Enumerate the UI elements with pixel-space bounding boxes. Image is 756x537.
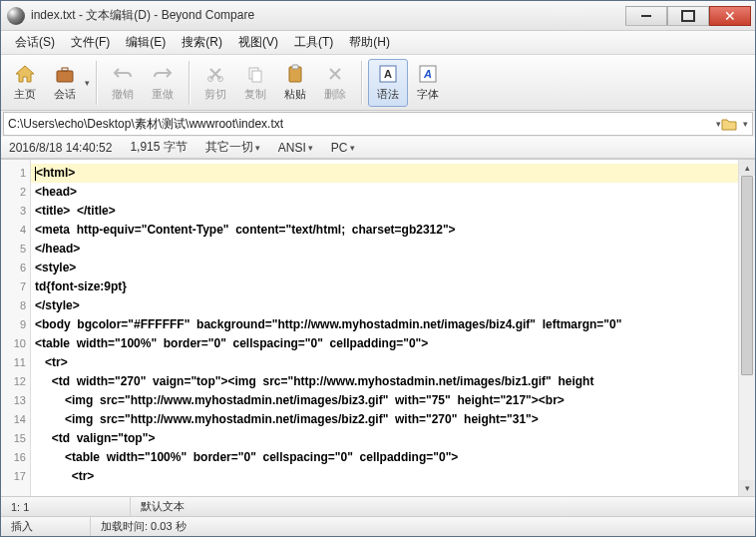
- line-number: 12: [1, 372, 26, 391]
- copy-label: 复制: [244, 87, 266, 102]
- browse-icon[interactable]: [721, 116, 737, 132]
- svg-text:A: A: [423, 68, 432, 80]
- scissors-icon: [204, 63, 226, 85]
- code-line: <title> </title>: [35, 202, 738, 221]
- delete-label: 删除: [324, 87, 346, 102]
- code-line: <tr>: [35, 467, 738, 486]
- line-number: 8: [1, 296, 26, 315]
- line-number: 1: [1, 164, 26, 183]
- undo-button[interactable]: 撤销: [103, 59, 143, 107]
- separator: [96, 61, 97, 105]
- cursor-position: 1: 1: [1, 497, 131, 516]
- font-icon: A: [417, 63, 439, 85]
- scroll-up-icon[interactable]: ▴: [739, 160, 755, 176]
- menu-file[interactable]: 文件(F): [63, 32, 118, 53]
- line-number: 10: [1, 334, 26, 353]
- load-time: 加载时间: 0.03 秒: [91, 517, 755, 536]
- line-number: 11: [1, 353, 26, 372]
- cut-button[interactable]: 剪切: [195, 59, 235, 107]
- app-window: index.txt - 文本编辑(D) - Beyond Compare ✕ 会…: [0, 0, 756, 537]
- delete-icon: [324, 63, 346, 85]
- clipboard-icon: [284, 63, 306, 85]
- code-line: <meta http-equiv="Content-Type" content=…: [35, 221, 738, 240]
- delete-button[interactable]: 删除: [315, 59, 355, 107]
- redo-button[interactable]: 重做: [143, 59, 183, 107]
- code-area[interactable]: <html><head><title> </title><meta http-e…: [31, 160, 738, 496]
- line-number: 15: [1, 429, 26, 448]
- session-label: 会话: [54, 87, 76, 102]
- menu-view[interactable]: 视图(V): [230, 32, 286, 53]
- code-line: <html>: [31, 164, 738, 183]
- browse-dropdown-icon[interactable]: ▾: [743, 119, 748, 129]
- menu-session[interactable]: 会话(S): [7, 32, 63, 53]
- insert-mode: 插入: [1, 517, 91, 536]
- chevron-down-icon: ▾: [308, 143, 313, 153]
- path-bar: C:\Users\echo\Desktop\素材\测试\wwwroot\inde…: [3, 112, 753, 136]
- minimize-button[interactable]: [625, 6, 667, 26]
- line-number: 5: [1, 240, 26, 259]
- file-mode: 默认文本: [131, 497, 755, 516]
- platform-dropdown[interactable]: PC▾: [331, 141, 355, 155]
- status-bar-1: 1: 1 默认文本: [1, 496, 755, 516]
- line-number: 6: [1, 259, 26, 277]
- titlebar: index.txt - 文本编辑(D) - Beyond Compare ✕: [1, 1, 755, 31]
- window-controls: ✕: [625, 6, 751, 26]
- line-number: 9: [1, 315, 26, 334]
- home-button[interactable]: 主页: [5, 59, 45, 107]
- svg-text:A: A: [384, 68, 392, 80]
- toolbar: 主页 会话 ▾ 撤销 重做 剪切: [1, 55, 755, 111]
- paste-button[interactable]: 粘贴: [275, 59, 315, 107]
- dropdown-icon[interactable]: ▾: [85, 78, 90, 88]
- code-line: </head>: [35, 240, 738, 259]
- maximize-button[interactable]: [667, 6, 709, 26]
- line-gutter: 1234567891011121314151617: [1, 160, 31, 496]
- code-line: <tr>: [35, 353, 738, 372]
- home-label: 主页: [14, 87, 36, 102]
- code-line: <table width="100%" border="0" cellspaci…: [35, 334, 738, 353]
- paste-label: 粘贴: [284, 87, 306, 102]
- scrollbar[interactable]: ▴ ▾: [738, 160, 755, 496]
- menu-search[interactable]: 搜索(R): [174, 32, 230, 53]
- encoding-dropdown[interactable]: ANSI▾: [278, 141, 313, 155]
- separator: [361, 61, 362, 105]
- window-title: index.txt - 文本编辑(D) - Beyond Compare: [31, 7, 625, 24]
- scroll-down-icon[interactable]: ▾: [739, 480, 755, 496]
- svg-rect-1: [62, 68, 68, 71]
- font-button[interactable]: A 字体: [408, 59, 448, 107]
- code-line: <img src="http://www.myhostadmin.net/ima…: [35, 391, 738, 410]
- syntax-label: 语法: [377, 87, 399, 102]
- close-button[interactable]: ✕: [709, 6, 751, 26]
- redo-icon: [152, 63, 174, 85]
- svg-rect-0: [57, 71, 73, 82]
- syntax-icon: A: [377, 63, 399, 85]
- chevron-down-icon: ▾: [255, 143, 260, 153]
- session-button[interactable]: 会话: [45, 59, 85, 107]
- status-bar-2: 插入 加载时间: 0.03 秒: [1, 516, 755, 536]
- menu-edit[interactable]: 编辑(E): [118, 32, 174, 53]
- copy-button[interactable]: 复制: [235, 59, 275, 107]
- line-number: 4: [1, 221, 26, 240]
- code-line: <body bgcolor="#FFFFFF" background="http…: [35, 315, 738, 334]
- svg-rect-7: [292, 65, 298, 69]
- font-label: 字体: [417, 87, 439, 102]
- briefcase-icon: [54, 63, 76, 85]
- code-line: <style>: [35, 259, 738, 277]
- file-size: 1,915 字节: [130, 139, 187, 156]
- menu-help[interactable]: 帮助(H): [341, 32, 398, 53]
- line-number: 16: [1, 448, 26, 467]
- chevron-down-icon: ▾: [350, 143, 355, 153]
- menu-tools[interactable]: 工具(T): [286, 32, 341, 53]
- scrollbar-thumb[interactable]: [741, 176, 753, 375]
- info-bar: 2016/8/18 14:40:52 1,915 字节 其它一切▾ ANSI▾ …: [1, 137, 755, 159]
- editor: 1234567891011121314151617 <html><head><t…: [1, 159, 755, 496]
- line-number: 13: [1, 391, 26, 410]
- code-line: <table width="100%" border="0" cellspaci…: [35, 448, 738, 467]
- line-number: 2: [1, 183, 26, 202]
- file-path[interactable]: C:\Users\echo\Desktop\素材\测试\wwwroot\inde…: [8, 116, 716, 133]
- code-line: <td width="270" vaign="top"><img src="ht…: [35, 372, 738, 391]
- code-line: td{font-size:9pt}: [35, 277, 738, 296]
- line-number: 17: [1, 467, 26, 486]
- syntax-button[interactable]: A 语法: [368, 59, 408, 107]
- cut-label: 剪切: [204, 87, 226, 102]
- filter-dropdown[interactable]: 其它一切▾: [205, 139, 260, 156]
